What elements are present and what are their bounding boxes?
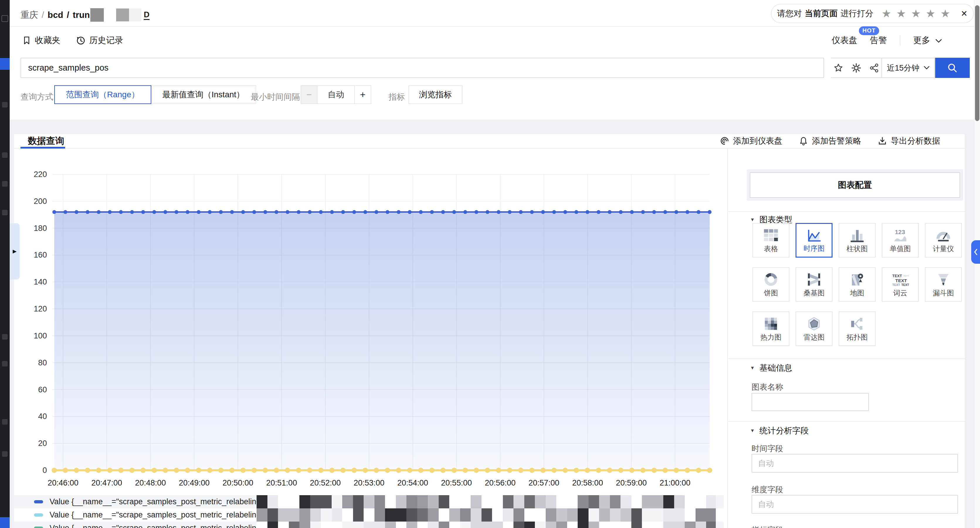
series-point <box>596 468 601 473</box>
favorites-button[interactable]: 收藏夹 <box>22 35 60 46</box>
chart-type-map[interactable]: 地图 <box>838 267 876 302</box>
rating-star-icon[interactable]: ★ <box>896 8 906 19</box>
nav-icon[interactable] <box>2 361 8 366</box>
scrollbar-thumb[interactable] <box>975 5 979 121</box>
mosaic-cell <box>374 508 385 522</box>
add-alert-policy-button[interactable]: 添加告警策略 <box>799 135 861 146</box>
promql-search-input[interactable] <box>21 58 824 78</box>
tab-data-query[interactable]: 数据查询 <box>28 135 64 147</box>
nav-active-item[interactable] <box>0 58 10 70</box>
panel-collapse-handle[interactable] <box>971 240 980 264</box>
series-point <box>352 210 356 214</box>
divider <box>728 421 965 422</box>
dimension-field-input[interactable] <box>752 495 958 514</box>
series-point <box>330 210 334 214</box>
mosaic-cell <box>332 508 342 522</box>
chart-type-table[interactable]: 表格 <box>752 223 789 258</box>
series-point <box>374 210 378 214</box>
chart-type-gauge[interactable]: 计量仪 <box>925 223 962 258</box>
series-point <box>463 468 468 473</box>
legend-color-dash <box>34 526 43 528</box>
section-stat-fields[interactable]: ▼ 统计分析字段 <box>750 425 809 436</box>
series-point <box>485 468 490 473</box>
series-point <box>563 210 567 214</box>
chart-type-pie[interactable]: 饼图 <box>752 267 789 302</box>
chevron-down-icon <box>935 39 942 43</box>
mosaic-cell <box>374 522 385 528</box>
query-input-row: 近15分钟 <box>10 54 974 82</box>
interval-increase-button[interactable]: + <box>354 85 371 104</box>
chart-type-topology[interactable]: 拓扑图 <box>838 311 876 346</box>
menu-dashboard[interactable]: 仪表盘 <box>832 35 857 46</box>
section-basic-info[interactable]: ▼ 基础信息 <box>750 362 792 374</box>
document-icon[interactable]: D <box>144 10 150 20</box>
time-field-input[interactable] <box>752 454 958 473</box>
x-tick-label: 20:58:00 <box>572 479 603 487</box>
chart-type-bar[interactable]: 柱状图 <box>838 223 876 258</box>
favorites-label: 收藏夹 <box>35 35 60 46</box>
mosaic-cell <box>321 495 332 508</box>
close-icon[interactable]: ✕ <box>961 9 967 19</box>
favorite-star-icon[interactable] <box>834 63 843 73</box>
mosaic-cell <box>406 522 417 528</box>
chart-type-radar[interactable]: 雷达图 <box>795 311 832 346</box>
nav-icon[interactable] <box>2 451 8 457</box>
nav-icon[interactable] <box>2 181 8 187</box>
wordcloud-chart-icon: TEXTTEXTTEXTTEXTTEXT <box>891 272 910 287</box>
mosaic-cell <box>632 508 642 522</box>
range-query-button[interactable]: 范围查询（Range） <box>54 85 151 104</box>
breadcrumb: 重庆 / bcd / trun D <box>21 8 150 22</box>
export-data-button[interactable]: 导出分析数据 <box>878 135 940 146</box>
chart-type-label: 地图 <box>850 288 864 298</box>
nav-icon[interactable] <box>2 102 8 108</box>
chart-type-wordcloud[interactable]: TEXTTEXTTEXTTEXTTEXT词云 <box>882 267 919 302</box>
chart-type-single[interactable]: 123单值图 <box>882 223 919 258</box>
rating-star-icon[interactable]: ★ <box>911 8 921 19</box>
mosaic-cell <box>364 495 374 508</box>
time-range-select[interactable]: 近15分钟 <box>882 58 935 78</box>
chart-type-timeseries[interactable]: 时序图 <box>795 223 832 258</box>
metric-label: 指标 <box>388 91 405 103</box>
nav-icon[interactable] <box>2 334 8 339</box>
interval-decrease-button[interactable]: − <box>301 85 318 104</box>
rating-star-icon[interactable]: ★ <box>926 8 935 19</box>
nav-icon[interactable] <box>2 152 8 158</box>
nav-app-icon[interactable] <box>2 15 8 22</box>
breadcrumb-name[interactable]: trun <box>73 10 90 20</box>
legend-row[interactable]: Value {__name__="scrape_samples_post_met… <box>14 522 724 528</box>
browse-metrics-button[interactable]: 浏览指标 <box>409 85 463 104</box>
add-to-dashboard-button[interactable]: 添加到仪表盘 <box>720 135 782 146</box>
chart-type-heatmap[interactable]: 热力图 <box>752 311 789 346</box>
series-point <box>52 468 57 473</box>
chart-config-tab[interactable]: 图表配置 <box>747 170 963 201</box>
section-stat-fields-label: 统计分析字段 <box>759 425 809 436</box>
mosaic-cell <box>428 522 439 528</box>
x-tick-label: 20:54:00 <box>397 479 428 487</box>
legend-row[interactable]: Value {__name__="scrape_samples_post_met… <box>14 508 724 522</box>
series-point <box>529 468 535 473</box>
history-button[interactable]: 历史记录 <box>76 35 123 46</box>
breadcrumb-region[interactable]: 重庆 <box>21 9 38 21</box>
legend-label: Value {__name__="scrape_samples_post_met… <box>49 497 272 506</box>
chart-name-input[interactable] <box>752 393 869 411</box>
search-button[interactable] <box>935 58 970 78</box>
sidebar-expand-handle[interactable]: ► <box>10 223 20 279</box>
series-point <box>508 210 512 214</box>
app-root: ► 重庆 / bcd / trun D 请您对 当前页面 进行打分 ★★★★★ … <box>0 0 980 528</box>
settings-gear-icon[interactable] <box>851 63 862 73</box>
menu-more[interactable]: 更多 <box>913 35 942 46</box>
chart-type-funnel[interactable]: 漏斗图 <box>925 267 962 302</box>
mosaic-cell <box>503 508 514 522</box>
rating-star-icon[interactable]: ★ <box>881 8 891 19</box>
chart-type-sankey[interactable]: 桑基图 <box>795 267 832 302</box>
nav-bottom-item[interactable] <box>0 517 10 528</box>
rating-star-icon[interactable]: ★ <box>940 8 950 19</box>
legend-row[interactable]: Value {__name__="scrape_samples_post_met… <box>14 495 724 508</box>
menu-alarm[interactable]: HOT 告警 <box>870 35 887 46</box>
breadcrumb-project[interactable]: bcd <box>48 10 63 20</box>
share-icon[interactable] <box>869 63 879 73</box>
nav-icon[interactable] <box>2 419 8 425</box>
instant-query-button[interactable]: 最新值查询（Instant） <box>151 85 256 104</box>
nav-icon[interactable] <box>2 210 8 216</box>
bookmark-icon <box>22 36 31 45</box>
